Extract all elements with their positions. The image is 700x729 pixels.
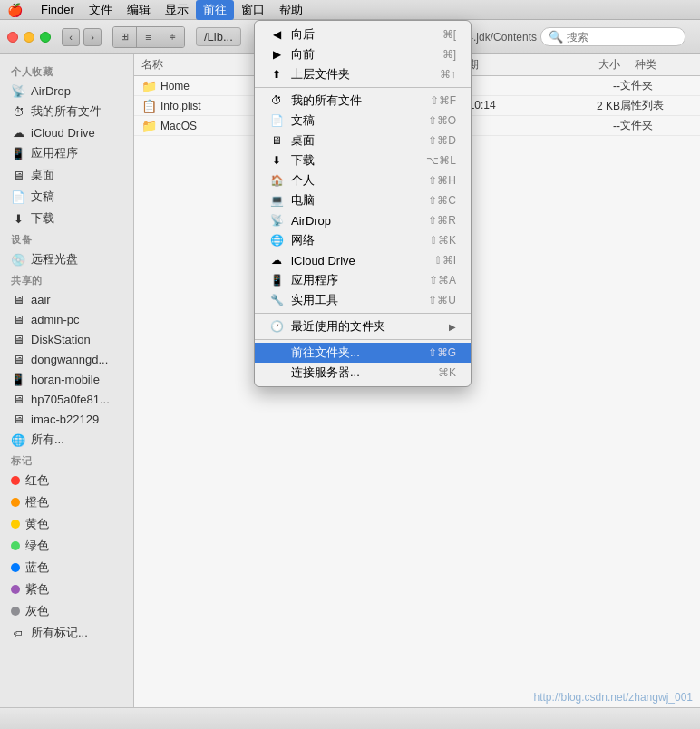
home-icon: 🏠 — [269, 173, 284, 188]
icon-view-button[interactable]: ⊞ — [113, 27, 137, 47]
menu-item-airdrop[interactable]: 📡 AirDrop ⇧⌘R — [255, 210, 471, 230]
shortcut-home: ⇧⌘H — [428, 174, 456, 187]
menu-item-utilities[interactable]: 🔧 实用工具 ⇧⌘U — [255, 290, 471, 310]
menubar-help[interactable]: 帮助 — [272, 0, 310, 20]
search-input[interactable] — [567, 31, 677, 44]
sidebar-item-tag-orange[interactable]: 橙色 — [0, 491, 133, 513]
menubar-finder[interactable]: Finder — [34, 0, 82, 20]
sidebar-section-devices: 设备 — [0, 229, 133, 248]
documents-icon: 📄 — [11, 190, 25, 204]
menu-item-desktop[interactable]: 🖥 桌面 ⇧⌘D — [255, 131, 471, 151]
sidebar-item-hp705[interactable]: 🖥 hp705a0fe81... — [0, 389, 133, 409]
menu-item-back[interactable]: ◀ 向后 ⌘[ — [255, 24, 471, 44]
sidebar-item-all-files[interactable]: ⏱ 我的所有文件 — [0, 101, 133, 122]
sidebar-item-label: 我的所有文件 — [31, 103, 102, 120]
menu-item-label: 下载 — [291, 152, 315, 169]
desktop-icon: 🖥 — [11, 168, 25, 182]
forward-button[interactable]: › — [83, 28, 102, 46]
diskstation-icon: 🖥 — [11, 332, 25, 346]
icloud-icon: ☁ — [11, 125, 25, 140]
sidebar-item-label: 下载 — [31, 210, 54, 227]
sidebar-item-tag-yellow[interactable]: 黄色 — [0, 513, 133, 535]
file-kind: 属性列表 — [620, 98, 693, 113]
shortcut-all-files: ⇧⌘F — [430, 94, 456, 107]
sidebar-item-label: 橙色 — [25, 494, 49, 510]
file-icon: 📋 — [141, 99, 157, 113]
menu-item-recent[interactable]: 🕐 最近使用的文件夹 ▶ — [255, 316, 471, 336]
col-header-size: 大小 — [573, 57, 627, 73]
back-button[interactable]: ‹ — [62, 28, 80, 46]
menubar-file[interactable]: 文件 — [82, 0, 120, 20]
watermark: http://blog.csdn.net/zhangwj_001 — [534, 691, 693, 704]
sidebar-item-remote-disc[interactable]: 💿 远程光盘 — [0, 248, 133, 270]
menubar-edit[interactable]: 编辑 — [120, 0, 158, 20]
back-icon: ◀ — [269, 27, 284, 42]
shortcut-back: ⌘[ — [442, 28, 456, 41]
sidebar-item-aair[interactable]: 🖥 aair — [0, 289, 133, 309]
sidebar-item-tag-purple[interactable]: 紫色 — [0, 578, 133, 600]
gray-dot — [11, 607, 20, 616]
maximize-button[interactable] — [40, 32, 51, 43]
sidebar-item-tag-gray[interactable]: 灰色 — [0, 600, 133, 622]
menu-item-downloads[interactable]: ⬇ 下载 ⌥⌘L — [255, 151, 471, 170]
sidebar-item-airdrop[interactable]: 📡 AirDrop — [0, 81, 133, 101]
downloads-icon: ⬇ — [269, 153, 284, 168]
menu-item-home[interactable]: 🏠 个人 ⇧⌘H — [255, 170, 471, 190]
menu-item-label: 前往文件夹... — [291, 345, 360, 361]
menu-item-label: 上层文件夹 — [291, 66, 350, 83]
sidebar-item-all-tags[interactable]: 🏷 所有标记... — [0, 622, 133, 644]
airdrop-icon: 📡 — [11, 83, 25, 98]
close-button[interactable] — [7, 32, 18, 43]
sidebar-item-all-shared[interactable]: 🌐 所有... — [0, 429, 133, 451]
menu-item-goto-folder[interactable]: 前往文件夹... ⇧⌘G — [255, 343, 471, 363]
documents-icon: 📄 — [269, 113, 284, 128]
menubar: 🍎 Finder 文件 编辑 显示 前往 窗口 帮助 — [0, 0, 700, 20]
menu-item-documents[interactable]: 📄 文稿 ⇧⌘O — [255, 111, 471, 131]
forward-icon: ▶ — [269, 47, 284, 62]
desktop-icon: 🖥 — [269, 133, 284, 148]
goto-icon — [269, 345, 284, 360]
sidebar-item-applications[interactable]: 📱 应用程序 — [0, 142, 133, 164]
menu-item-label: 向前 — [291, 46, 315, 63]
menu-item-parent[interactable]: ⬆ 上层文件夹 ⌘↑ — [255, 64, 471, 84]
sidebar-item-label: 灰色 — [25, 603, 49, 619]
red-dot — [11, 476, 20, 485]
menu-item-icloud[interactable]: ☁ iCloud Drive ⇧⌘I — [255, 250, 471, 270]
apple-menu[interactable]: 🍎 — [7, 3, 23, 17]
sidebar-item-downloads[interactable]: ⬇ 下载 — [0, 208, 133, 229]
menu-item-applications[interactable]: 📱 应用程序 ⇧⌘A — [255, 270, 471, 290]
separator — [255, 313, 471, 314]
menu-item-network[interactable]: 🌐 网络 ⇧⌘K — [255, 230, 471, 250]
search-bar[interactable]: 🔍 — [540, 27, 685, 46]
menu-item-connect-server[interactable]: 连接服务器... ⌘K — [255, 363, 471, 383]
sidebar-section-shared: 共享的 — [0, 270, 133, 289]
menu-item-label: AirDrop — [291, 214, 331, 228]
sidebar-item-tag-red[interactable]: 红色 — [0, 470, 133, 491]
sidebar-item-admin-pc[interactable]: 🖥 admin-pc — [0, 309, 133, 329]
sidebar-item-icloud[interactable]: ☁ iCloud Drive — [0, 122, 133, 142]
menubar-window[interactable]: 窗口 — [234, 0, 272, 20]
list-view-button[interactable]: ≡ — [137, 27, 160, 47]
menubar-view[interactable]: 显示 — [158, 0, 196, 20]
sidebar-section-favorites: 个人收藏 — [0, 62, 133, 81]
col-header-type: 种类 — [627, 57, 700, 73]
menubar-go[interactable]: 前往 — [196, 0, 234, 20]
minimize-button[interactable] — [24, 32, 34, 43]
sidebar-item-diskstation[interactable]: 🖥 DiskStation — [0, 329, 133, 349]
submenu-arrow: ▶ — [449, 322, 456, 332]
sidebar-item-label: dongwanngd... — [31, 353, 108, 366]
shortcut-connect: ⌘K — [438, 366, 456, 379]
sidebar-item-horan-mobile[interactable]: 📱 horan-mobile — [0, 369, 133, 389]
sidebar-item-dongwanngd[interactable]: 🖥 dongwanngd... — [0, 349, 133, 369]
orange-dot — [11, 498, 20, 507]
column-view-button[interactable]: ⫩ — [160, 27, 184, 47]
menu-item-all-files[interactable]: ⏱ 我的所有文件 ⇧⌘F — [255, 91, 471, 111]
sidebar-item-tag-green[interactable]: 绿色 — [0, 535, 133, 557]
menu-item-forward[interactable]: ▶ 向前 ⌘] — [255, 44, 471, 64]
menu-item-computer[interactable]: 💻 电脑 ⇧⌘C — [255, 190, 471, 210]
green-dot — [11, 541, 20, 550]
sidebar-item-imac[interactable]: 🖥 imac-b22129 — [0, 409, 133, 429]
sidebar-item-desktop[interactable]: 🖥 桌面 — [0, 164, 133, 186]
sidebar-item-documents[interactable]: 📄 文稿 — [0, 186, 133, 208]
sidebar-item-tag-blue[interactable]: 蓝色 — [0, 557, 133, 578]
